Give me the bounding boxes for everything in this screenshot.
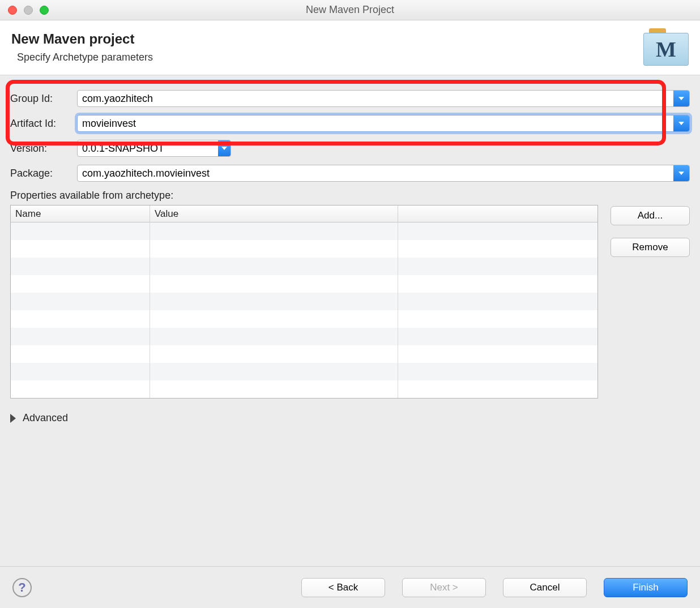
wizard-header: New Maven project Specify Archetype para… [0,20,700,75]
finish-button[interactable]: Finish [604,578,688,597]
page-subtitle: Specify Archetype parameters [17,52,153,63]
table-row[interactable] [11,293,597,310]
artifact-id-input[interactable] [78,115,673,131]
version-combo[interactable] [77,140,231,157]
table-row[interactable] [11,275,597,293]
artifact-id-combo[interactable] [77,115,690,132]
table-row[interactable] [11,345,597,363]
titlebar: New Maven Project [0,0,700,20]
properties-table[interactable]: Name Value [10,205,598,399]
maven-icon: M [643,28,689,66]
disclosure-right-icon [10,414,16,423]
add-button[interactable]: Add... [611,206,690,225]
help-icon[interactable]: ? [12,578,32,597]
table-row[interactable] [11,222,597,240]
version-label: Version: [10,143,77,155]
table-row[interactable] [11,380,597,398]
column-value[interactable]: Value [150,205,398,222]
group-id-combo[interactable] [77,90,690,107]
table-row[interactable] [11,258,597,275]
package-input[interactable] [78,165,673,181]
window-title: New Maven Project [0,4,700,16]
properties-table-header: Name Value [11,205,597,222]
group-id-label: Group Id: [10,93,77,105]
version-input[interactable] [78,140,218,156]
back-button[interactable]: < Back [301,578,385,597]
chevron-down-icon[interactable] [673,165,689,181]
properties-label: Properties available from archetype: [10,190,690,202]
advanced-toggle[interactable]: Advanced [10,412,690,424]
advanced-label: Advanced [23,412,68,424]
table-row[interactable] [11,363,597,380]
package-combo[interactable] [77,165,690,182]
table-row[interactable] [11,328,597,345]
chevron-down-icon[interactable] [673,91,689,106]
wizard-content: Group Id: Artifact Id: Version: Package: [0,75,700,424]
chevron-down-icon[interactable] [218,140,231,156]
column-name[interactable]: Name [11,205,150,222]
chevron-down-icon[interactable] [673,115,689,131]
table-row[interactable] [11,240,597,258]
package-label: Package: [10,168,77,179]
group-id-input[interactable] [78,91,673,106]
page-title: New Maven project [11,31,153,47]
next-button: Next > [402,578,486,597]
properties-rows [11,222,597,398]
table-row[interactable] [11,310,597,328]
artifact-id-label: Artifact Id: [10,118,77,130]
wizard-footer: ? < Back Next > Cancel Finish [0,566,700,608]
cancel-button[interactable]: Cancel [503,578,587,597]
remove-button[interactable]: Remove [611,238,690,257]
